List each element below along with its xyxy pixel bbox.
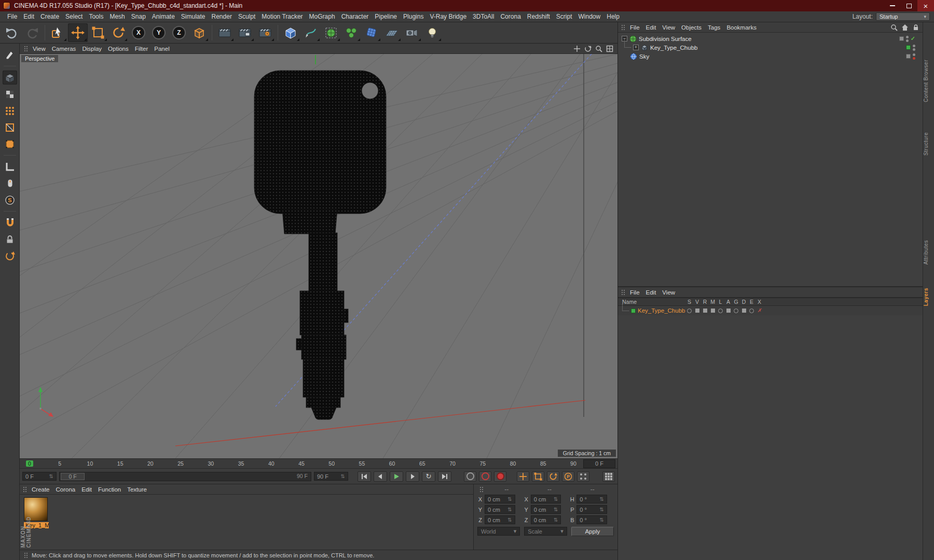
pos-y-field[interactable]: 0 cm⇅: [485, 505, 515, 514]
material-menu-item[interactable]: Function: [95, 486, 124, 493]
timeline-layout-button[interactable]: [602, 471, 615, 482]
viewport-menu-item[interactable]: Options: [105, 45, 132, 52]
object-name[interactable]: Subdivision Surface: [639, 36, 692, 42]
transform-mode-dropdown[interactable]: Scale▾: [524, 527, 567, 536]
magnet-snap-button[interactable]: [3, 216, 17, 230]
undo-button[interactable]: [2, 23, 22, 42]
menu-item[interactable]: Edit: [20, 12, 37, 21]
menu-item[interactable]: Plugins: [400, 12, 427, 21]
layer-column-header[interactable]: L: [717, 299, 724, 305]
tweak-mode-button[interactable]: [3, 176, 17, 190]
texture-mode-button[interactable]: [3, 87, 17, 101]
render-picture-viewer-button[interactable]: [235, 23, 255, 42]
toggle-view-button[interactable]: [606, 45, 614, 53]
stepper-icon[interactable]: ⇅: [48, 473, 53, 479]
menu-item[interactable]: Snap: [128, 12, 149, 21]
key-position-toggle[interactable]: [517, 471, 529, 482]
z-axis-lock-button[interactable]: Z: [169, 23, 189, 42]
layer-chip[interactable]: [906, 54, 911, 59]
layer-column-header[interactable]: G: [732, 299, 740, 305]
om-lock-button[interactable]: [912, 23, 920, 32]
tab-layers[interactable]: Layers: [923, 288, 934, 306]
zoom-view-button[interactable]: [595, 45, 603, 53]
visibility-dots[interactable]: [913, 53, 915, 60]
polygons-mode-button[interactable]: [3, 137, 17, 151]
orbit-view-button[interactable]: [584, 45, 592, 53]
manager-toggle[interactable]: [709, 309, 717, 313]
pan-view-button[interactable]: [573, 45, 581, 53]
points-mode-button[interactable]: [3, 104, 17, 118]
snap-toggle-button[interactable]: S: [3, 193, 17, 207]
layer-manager-menu-item[interactable]: File: [627, 289, 643, 296]
layer-column-header[interactable]: D: [740, 299, 748, 305]
object-manager-menu-item[interactable]: View: [659, 24, 678, 31]
material-menu-item[interactable]: Edit: [78, 486, 95, 493]
menu-item[interactable]: Create: [37, 12, 62, 21]
start-frame-field[interactable]: 0 F ⇅: [22, 472, 57, 481]
menu-item[interactable]: Corona: [497, 12, 524, 21]
layer-manager-menu-item[interactable]: View: [659, 289, 678, 296]
menu-item[interactable]: Window: [575, 12, 604, 21]
panel-grip[interactable]: [621, 289, 625, 296]
menu-item[interactable]: V-Ray Bridge: [427, 12, 470, 21]
render-toggle[interactable]: [701, 309, 709, 313]
panel-grip[interactable]: [24, 46, 28, 52]
loop-button[interactable]: ↻: [422, 471, 435, 482]
layout-dropdown[interactable]: Startup ▾: [876, 12, 930, 21]
y-axis-lock-button[interactable]: Y: [149, 23, 169, 42]
timeline-ruler[interactable]: 051015202530354045505560657075808590 0 F: [20, 458, 617, 468]
key-scale-toggle[interactable]: [532, 471, 544, 482]
view-toggle[interactable]: [693, 309, 701, 313]
tab-structure[interactable]: Structure: [923, 132, 934, 156]
viewport-canvas[interactable]: [20, 54, 617, 458]
record-button[interactable]: [464, 471, 476, 482]
viewport-menu-item[interactable]: View: [30, 45, 49, 52]
generators-toggle[interactable]: [732, 309, 740, 313]
position-header[interactable]: --: [485, 486, 528, 493]
viewport-3d[interactable]: Perspective Grid Spacing : 1 cm: [20, 54, 617, 458]
object-name[interactable]: Key_Type_Chubb: [650, 45, 697, 51]
goto-end-button[interactable]: [438, 471, 451, 482]
light-button[interactable]: [422, 23, 442, 42]
stepper-icon[interactable]: ⇅: [552, 517, 558, 523]
workplane-lock-button[interactable]: [3, 232, 17, 246]
tab-attributes[interactable]: Attributes: [923, 240, 934, 264]
deformer-button[interactable]: [362, 23, 381, 42]
xref-toggle[interactable]: ✗: [756, 308, 763, 313]
layer-column-header[interactable]: S: [685, 299, 693, 305]
menu-item[interactable]: 3DToAll: [470, 12, 497, 21]
layer-column-header[interactable]: V: [693, 299, 701, 305]
panel-grip[interactable]: [479, 486, 483, 493]
timeline-slider-handle[interactable]: 0 F: [61, 473, 85, 480]
layer-column-header[interactable]: A: [724, 299, 732, 305]
layer-manager-menu-item[interactable]: Edit: [643, 289, 660, 296]
rot-p-field[interactable]: 0 °⇅: [576, 505, 607, 514]
object-row-key-type-chubb[interactable]: + Key_Type_Chubb: [618, 43, 923, 52]
rotate-tool-button[interactable]: [108, 23, 128, 42]
menu-item[interactable]: Motion Tracker: [258, 12, 306, 21]
stepper-icon[interactable]: ⇅: [506, 507, 512, 512]
deformers-toggle[interactable]: [740, 309, 748, 313]
maximize-button[interactable]: [901, 0, 917, 11]
menu-item[interactable]: Pipeline: [372, 12, 400, 21]
move-tool-button[interactable]: [68, 23, 88, 42]
key-model[interactable]: [254, 71, 386, 419]
material-menu-item[interactable]: Create: [29, 486, 53, 493]
make-editable-button[interactable]: [3, 48, 17, 62]
menu-item[interactable]: File: [4, 12, 20, 21]
object-manager-menu-item[interactable]: Tags: [705, 24, 723, 31]
material-menu-item[interactable]: Texture: [124, 486, 150, 493]
lock-toggle[interactable]: [717, 309, 724, 313]
layer-column-header[interactable]: R: [701, 299, 709, 305]
layer-color-chip[interactable]: [631, 309, 636, 313]
keyframe-selection-button[interactable]: [494, 471, 506, 482]
rot-b-field[interactable]: 0 °⇅: [576, 515, 607, 524]
object-manager-menu-item[interactable]: Objects: [678, 24, 705, 31]
menu-item[interactable]: MoGraph: [306, 12, 338, 21]
camera-button[interactable]: [402, 23, 422, 42]
viewport-menu-item[interactable]: Filter: [132, 45, 152, 52]
object-manager-menu-item[interactable]: Edit: [643, 24, 660, 31]
visibility-dots[interactable]: [913, 45, 915, 51]
panel-grip[interactable]: [621, 24, 625, 31]
layer-chip[interactable]: [899, 36, 904, 41]
